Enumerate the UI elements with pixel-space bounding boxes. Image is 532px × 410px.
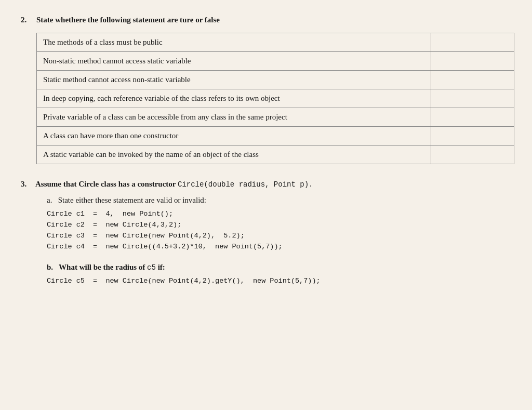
question-2-header: 2. State whethere the following statemen…: [21, 16, 511, 24]
q3b-code-block: Circle c5 = new Circle(new Point(4,2).ge…: [47, 276, 511, 287]
statement-cell: Private variable of a class can be acces…: [37, 108, 431, 127]
statement-cell: The methods of a class must be public: [37, 33, 431, 52]
question-3-section: 3. Assume that Circle class has a constr…: [21, 180, 511, 287]
code-line: Circle c2 = new Circle(4,3,2);: [47, 220, 511, 231]
subpart-b-label: b. What will be the radius of c5 if:: [47, 263, 511, 272]
subpart-a-letter: a.: [47, 196, 52, 204]
statement-cell: Static method cannot access non-static v…: [37, 71, 431, 89]
answer-cell: [431, 89, 514, 108]
table-row: Static method cannot access non-static v…: [37, 71, 514, 89]
question-2-number: 2.: [21, 16, 31, 24]
code-line: Circle c1 = 4, new Point();: [47, 209, 511, 220]
subpart-a-text: State either these statement are valid o…: [58, 196, 206, 204]
q3a-code-block: Circle c1 = 4, new Point();Circle c2 = n…: [47, 209, 511, 253]
question-2-text: State whethere the following statement a…: [36, 16, 220, 24]
question-3-header: 3. Assume that Circle class has a constr…: [21, 180, 511, 189]
c5-code: c5: [147, 263, 156, 272]
table-row: A static variable can be invoked by the …: [37, 146, 514, 164]
subpart-b-text2: if:: [156, 263, 165, 271]
statements-table: The methods of a class must be publicNon…: [36, 33, 514, 164]
answer-cell: [431, 33, 514, 52]
answer-cell: [431, 108, 514, 127]
table-row: Non-static method cannot access static v…: [37, 52, 514, 71]
answer-cell: [431, 146, 514, 164]
table-row: The methods of a class must be public: [37, 33, 514, 52]
table-row: In deep copying, each reference variable…: [37, 89, 514, 108]
code-line: Circle c4 = new Circle((4.5+3.2)*10, new…: [47, 242, 511, 253]
subpart-b-text1: What will be the radius of: [59, 263, 147, 271]
q3-constructor-code: Circle(double radius, Point p).: [178, 180, 313, 189]
statement-cell: In deep copying, each reference variable…: [37, 89, 431, 108]
question-2-section: 2. State whethere the following statemen…: [21, 16, 511, 164]
question-3-text: Assume that Circle class has a construct…: [35, 180, 313, 189]
table-row: Private variable of a class can be acces…: [37, 108, 514, 127]
statement-cell: A class can have more than one construct…: [37, 127, 431, 146]
subpart-a-label: a. State either these statement are vali…: [47, 196, 511, 205]
statement-cell: A static variable can be invoked by the …: [37, 146, 431, 164]
table-row: A class can have more than one construct…: [37, 127, 514, 146]
q3-subpart-a: a. State either these statement are vali…: [47, 196, 511, 253]
code-line: Circle c3 = new Circle(new Point(4,2), 5…: [47, 231, 511, 242]
answer-cell: [431, 52, 514, 71]
q3b-code-line: Circle c5 = new Circle(new Point(4,2).ge…: [47, 276, 511, 287]
answer-cell: [431, 127, 514, 146]
statement-cell: Non-static method cannot access static v…: [37, 52, 431, 71]
q3-subpart-b: b. What will be the radius of c5 if: Cir…: [47, 263, 511, 287]
answer-cell: [431, 71, 514, 89]
subpart-b-letter: b.: [47, 263, 53, 271]
question-3-number: 3.: [21, 180, 31, 189]
